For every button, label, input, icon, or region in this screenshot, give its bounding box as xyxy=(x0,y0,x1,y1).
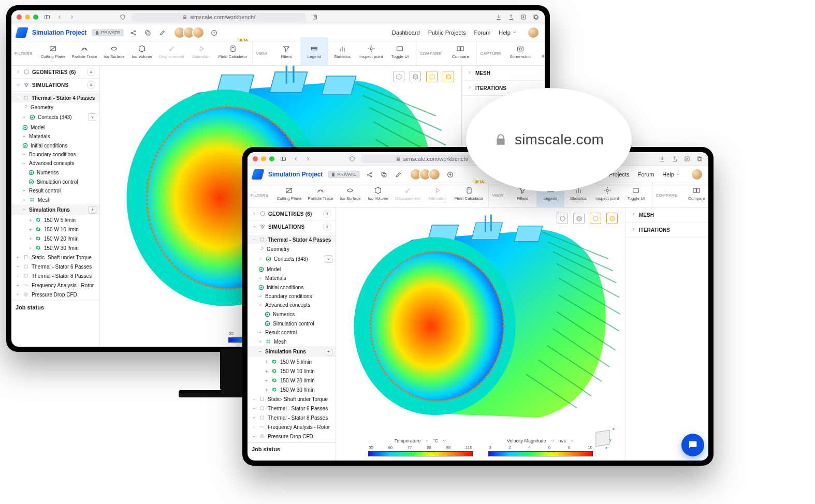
simscale-logo-icon[interactable] xyxy=(15,27,28,38)
tree-run[interactable]: 150 W 20 l/min xyxy=(11,234,99,243)
tree-sim2[interactable]: Static- Shaft under Torque xyxy=(248,394,336,404)
tree-advanced-concepts[interactable]: Advanced concepts xyxy=(11,159,99,168)
tree-contacts[interactable]: Contacts (343)Y xyxy=(248,254,336,264)
tree-simulation-runs[interactable]: Simulation Runs+ xyxy=(11,204,99,215)
tree-boundary-conditions[interactable]: Boundary conditions xyxy=(11,150,99,159)
sidebar-toggle-icon[interactable] xyxy=(280,155,287,162)
tb-particle-trace[interactable]: Particle Trace xyxy=(68,37,100,65)
tb-compare[interactable]: Compare xyxy=(682,179,708,207)
tree-mesh[interactable]: Mesh xyxy=(248,337,336,346)
close-window-icon[interactable] xyxy=(17,14,22,20)
tabs-icon[interactable] xyxy=(532,13,540,21)
copy-icon[interactable] xyxy=(380,170,389,179)
tree-sim4[interactable]: Thermal - Stator 8 Passes xyxy=(248,413,336,422)
tb-filters[interactable]: Filters xyxy=(272,37,300,65)
tree-mesh[interactable]: Mesh xyxy=(11,195,99,204)
add-icon[interactable]: + xyxy=(323,210,331,218)
tb-inspect-point[interactable]: Inspect point xyxy=(356,37,386,65)
tree-numerics[interactable]: Numerics xyxy=(11,168,99,177)
tb-legend[interactable]: Legend xyxy=(300,37,328,65)
panel-mesh[interactable]: MESH xyxy=(462,66,545,81)
download-icon[interactable] xyxy=(495,13,502,21)
tree-sim1[interactable]: Thermal - Stator 4 Passes xyxy=(11,93,99,102)
reader-icon[interactable] xyxy=(311,13,318,21)
tree-contacts[interactable]: Contacts (343)Y xyxy=(11,112,99,123)
close-window-icon[interactable] xyxy=(253,156,258,161)
tree-run[interactable]: 150 W 5 l/min xyxy=(11,215,99,225)
share-project-icon[interactable] xyxy=(129,28,138,37)
tree-simulation-control[interactable]: Simulation control xyxy=(11,177,99,186)
tree-advanced-concepts[interactable]: Advanced concepts xyxy=(248,301,336,309)
new-tab-icon[interactable] xyxy=(520,13,527,21)
job-status[interactable]: Job status xyxy=(11,301,99,314)
tree-run[interactable]: 150 W 30 l/min xyxy=(248,385,336,394)
privacy-chip[interactable]: PRIVATE xyxy=(92,29,123,36)
tree-sim2[interactable]: Static- Shaft under Torque xyxy=(11,253,99,262)
add-run-icon[interactable]: + xyxy=(325,348,332,355)
legend-velocity[interactable]: Velocity Magnitude m/s 0246810 xyxy=(488,438,593,456)
section-simulations[interactable]: SIMULATIONS + xyxy=(248,220,336,233)
nav-public-projects[interactable]: Public Projects xyxy=(428,29,466,36)
edit-icon[interactable] xyxy=(158,28,167,37)
tb-iso-volume[interactable]: Iso Volume xyxy=(364,179,392,207)
tb-cutting-plane[interactable]: Cutting Plane xyxy=(37,37,68,65)
share-project-icon[interactable] xyxy=(365,170,374,179)
tb-record[interactable]: Record xyxy=(534,37,545,65)
add-icon[interactable]: + xyxy=(87,68,95,76)
tree-run[interactable]: 150 W 5 l/min xyxy=(248,357,336,366)
tb-inspect-point[interactable]: Inspect point xyxy=(592,179,622,207)
add-collaborator-icon[interactable] xyxy=(446,170,455,179)
sidebar-toggle-icon[interactable] xyxy=(43,13,51,21)
tb-particle-trace[interactable]: Particle Trace xyxy=(304,179,336,207)
tree-geometry[interactable]: Geometry xyxy=(11,102,99,112)
orientation-axis-icon[interactable]: x y z xyxy=(590,425,615,450)
tree-sim5[interactable]: Frequency Analysis - Rotor xyxy=(248,422,336,432)
tree-materials[interactable]: Materials xyxy=(248,274,336,283)
viewport[interactable]: x y z Temperature °C 5566778899110 xyxy=(336,207,625,461)
nav-forum[interactable]: Forum xyxy=(638,171,654,177)
nav-forum[interactable]: Forum xyxy=(474,29,491,36)
tree-boundary-conditions[interactable]: Boundary conditions xyxy=(248,292,336,301)
add-run-icon[interactable]: + xyxy=(89,206,96,214)
panel-iterations[interactable]: ITERATIONS xyxy=(625,223,708,238)
tb-cutting-plane[interactable]: Cutting Plane xyxy=(273,179,304,207)
project-title[interactable]: Simulation Project xyxy=(32,29,86,36)
share-icon[interactable] xyxy=(671,155,678,162)
minimize-window-icon[interactable] xyxy=(25,14,30,20)
tb-screenshot[interactable]: Screenshot xyxy=(506,37,534,65)
tree-initial-conditions[interactable]: Initial conditions xyxy=(11,141,99,150)
project-title[interactable]: Simulation Project xyxy=(268,171,323,178)
tree-sim4[interactable]: Thermal - Stator 8 Passes xyxy=(11,271,99,280)
tree-simulation-control[interactable]: Simulation control xyxy=(248,319,336,328)
chat-bubble-icon[interactable] xyxy=(681,434,704,456)
tb-field-calculator[interactable]: Field Calculator xyxy=(215,37,251,65)
tree-sim3[interactable]: Thermal - Stator 6 Passes xyxy=(248,404,336,413)
download-icon[interactable] xyxy=(659,155,666,162)
tree-model[interactable]: Model xyxy=(248,264,336,274)
tb-iso-volume[interactable]: Iso Volume xyxy=(128,37,156,65)
add-icon[interactable]: + xyxy=(323,223,331,231)
section-geometries[interactable]: GEOMETRIES (6) + xyxy=(248,207,336,220)
add-collaborator-icon[interactable] xyxy=(210,28,219,37)
tree-sim6[interactable]: Pressure Drop CFD xyxy=(248,432,336,441)
forward-icon[interactable] xyxy=(68,13,76,21)
simscale-logo-icon[interactable] xyxy=(251,169,264,180)
maximize-window-icon[interactable] xyxy=(269,156,274,161)
legend-temperature[interactable]: Temperature °C 5566778899110 xyxy=(368,438,473,456)
new-tab-icon[interactable] xyxy=(683,155,691,162)
share-icon[interactable] xyxy=(507,13,515,21)
tb-iso-surface[interactable]: Iso Surface xyxy=(100,37,128,65)
tree-result-control[interactable]: Result control xyxy=(248,328,336,337)
tree-initial-conditions[interactable]: Initial conditions xyxy=(248,283,336,292)
shield-icon[interactable] xyxy=(119,13,126,21)
section-geometries[interactable]: GEOMETRIES (6) + xyxy=(11,66,99,79)
tree-result-control[interactable]: Result control xyxy=(11,186,99,195)
tabs-icon[interactable] xyxy=(696,155,703,162)
tb-compare[interactable]: Compare xyxy=(446,37,474,65)
tree-sim3[interactable]: Thermal - Stator 6 Passes xyxy=(11,262,99,271)
tree-run[interactable]: 150 W 30 l/min xyxy=(11,243,99,253)
nav-help[interactable]: Help xyxy=(662,171,680,177)
tb-toggle-ui[interactable]: Toggle UI xyxy=(386,37,414,65)
tree-run[interactable]: 150 W 10 l/min xyxy=(248,366,336,376)
edit-icon[interactable] xyxy=(394,170,403,179)
